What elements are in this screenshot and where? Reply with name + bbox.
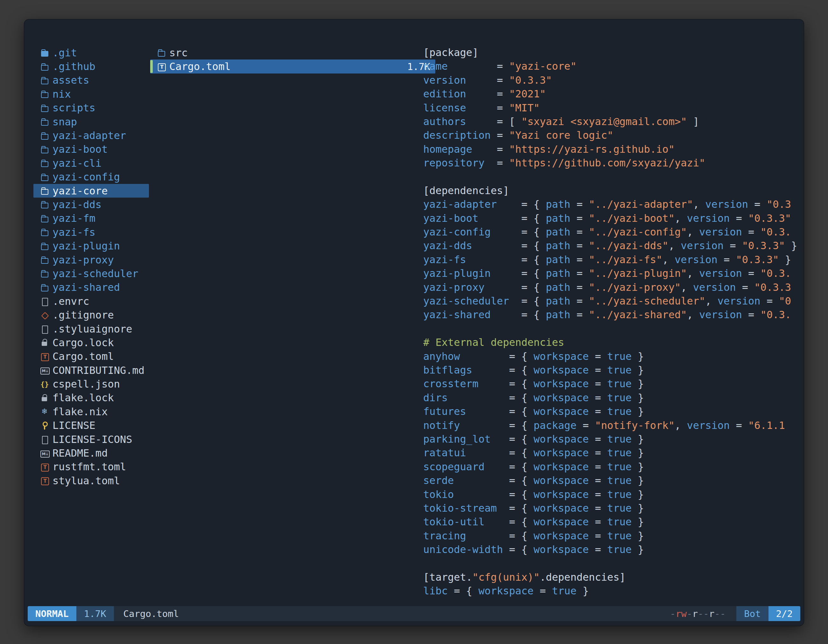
file-list-item[interactable]: .github — [33, 60, 149, 73]
file-list-item[interactable]: src — [150, 46, 435, 60]
file-list-item[interactable]: flake.lock — [33, 391, 149, 405]
preview-line: parking_lot = { workspace = true } — [423, 432, 801, 446]
preview-line: tokio = { workspace = true } — [423, 488, 801, 501]
folder-icon — [41, 280, 49, 294]
status-filename: Cargo.toml — [124, 608, 179, 619]
preview-line: yazi-shared = { path = "../yazi-shared",… — [423, 308, 801, 322]
file-name: yazi-proxy — [52, 254, 114, 266]
folder-icon — [157, 46, 165, 60]
preview-line: scopeguard = { workspace = true } — [423, 460, 801, 474]
preview-line: name = "yazi-core" — [423, 60, 801, 73]
file-list-item[interactable]: cspell.json — [33, 377, 149, 391]
file-list-item[interactable]: nix — [33, 87, 149, 101]
file-list-item[interactable]: .envrc — [33, 294, 149, 308]
nix-icon — [41, 405, 49, 418]
file-name: yazi-boot — [52, 143, 108, 155]
file-name: yazi-fs — [52, 226, 96, 238]
folder-icon — [41, 170, 49, 184]
file-list-item[interactable]: scripts — [33, 101, 149, 115]
preview-line: unicode-width = { workspace = true } — [423, 543, 801, 556]
file-list-item[interactable]: .styluaignore — [33, 322, 149, 336]
file-list-item[interactable]: yazi-dds — [33, 197, 149, 211]
preview-line: serde = { workspace = true } — [423, 474, 801, 487]
preview-line: [package] — [423, 46, 801, 60]
file-name: LICENSE — [52, 419, 96, 431]
file-list-item[interactable]: .gitignore — [33, 308, 149, 322]
preview-line: [dependencies] — [423, 184, 801, 197]
file-list-item[interactable]: Cargo.toml — [33, 350, 149, 364]
file-name: yazi-fm — [52, 212, 96, 224]
markdown-icon — [41, 447, 49, 460]
file-list-item[interactable]: yazi-shared — [33, 280, 149, 294]
preview-line: tracing = { workspace = true } — [423, 529, 801, 543]
file-list-item[interactable]: yazi-fs — [33, 225, 149, 239]
file-list-item[interactable]: yazi-proxy — [33, 253, 149, 266]
file-list-item[interactable]: LICENSE — [33, 419, 149, 432]
folder-icon — [41, 101, 49, 115]
file-permissions: -rw-r--r-- — [670, 608, 726, 619]
preview-line: license = "MIT" — [423, 101, 801, 115]
license-icon — [41, 419, 49, 432]
file-list-item[interactable]: yazi-core — [33, 184, 149, 197]
file-list-item[interactable]: snap — [33, 115, 149, 128]
preview-line: bitflags = { workspace = true } — [423, 364, 801, 377]
preview-pane[interactable]: [package]name = "yazi-core"version = "0.… — [423, 46, 801, 598]
file-name: assets — [52, 74, 89, 86]
file-icon — [41, 432, 49, 446]
file-list-item[interactable]: yazi-adapter — [33, 128, 149, 142]
file-list-item[interactable]: rustfmt.toml — [33, 460, 149, 474]
preview-line: crossterm = { workspace = true } — [423, 377, 801, 391]
file-list-item[interactable]: yazi-fm — [33, 212, 149, 225]
file-list-item[interactable]: flake.nix — [33, 405, 149, 418]
file-list-item[interactable]: yazi-boot — [33, 143, 149, 156]
file-list-item[interactable]: Cargo.lock — [33, 336, 149, 349]
lock-icon — [41, 391, 49, 405]
file-name: yazi-cli — [52, 157, 102, 169]
file-name: .envrc — [52, 295, 89, 307]
file-name: yazi-plugin — [52, 240, 120, 252]
preview-line: yazi-proxy = { path = "../yazi-proxy", v… — [423, 280, 801, 294]
file-name: .styluaignore — [52, 323, 132, 335]
file-name: Cargo.toml — [169, 60, 231, 72]
file-list-item[interactable]: stylua.toml — [33, 474, 149, 487]
file-name: flake.nix — [52, 406, 108, 418]
file-name: yazi-scheduler — [52, 268, 138, 280]
markdown-icon — [41, 364, 49, 377]
file-list-item[interactable]: .git — [33, 46, 149, 60]
file-list-item[interactable]: assets — [33, 74, 149, 87]
file-list-item[interactable]: yazi-cli — [33, 156, 149, 170]
preview-line: yazi-fs = { path = "../yazi-fs", version… — [423, 253, 801, 266]
folder-icon — [41, 212, 49, 225]
file-list-item[interactable]: yazi-plugin — [33, 239, 149, 253]
preview-line — [423, 170, 801, 184]
git-folder-icon — [41, 46, 49, 60]
folder-icon — [41, 197, 49, 211]
file-name: rustfmt.toml — [52, 461, 126, 473]
file-list-item[interactable]: README.md — [33, 446, 149, 460]
preview-line: yazi-dds = { path = "../yazi-dds", versi… — [423, 239, 801, 253]
file-name: CONTRIBUTING.md — [52, 364, 144, 376]
file-list-item[interactable]: Cargo.toml1.7K — [150, 60, 435, 73]
preview-line: repository = "https://github.com/sxyazi/… — [423, 156, 801, 170]
preview-line: homepage = "https://yazi-rs.github.io" — [423, 143, 801, 156]
file-list-item[interactable]: yazi-config — [33, 170, 149, 184]
file-name: .github — [52, 60, 96, 72]
file-icon — [41, 322, 49, 336]
file-name: yazi-shared — [52, 281, 120, 293]
toml-icon — [41, 350, 49, 364]
folder-icon — [41, 156, 49, 170]
file-name: yazi-adapter — [52, 130, 126, 142]
file-list-item[interactable]: CONTRIBUTING.md — [33, 364, 149, 377]
file-size-indicator: 1.7K — [76, 606, 114, 621]
folder-icon — [41, 239, 49, 253]
preview-line: tokio-stream = { workspace = true } — [423, 501, 801, 515]
current-pane: srcCargo.toml1.7K — [150, 46, 435, 74]
preview-line: notify = { package = "notify-fork", vers… — [423, 419, 801, 432]
preview-line: anyhow = { workspace = true } — [423, 350, 801, 364]
file-list-item[interactable]: yazi-scheduler — [33, 266, 149, 280]
preview-line: version = "0.3.3" — [423, 74, 801, 87]
file-list-item[interactable]: LICENSE-ICONS — [33, 432, 149, 446]
file-name: cspell.json — [52, 378, 120, 390]
preview-line: tokio-util = { workspace = true } — [423, 515, 801, 529]
toml-icon — [41, 474, 49, 487]
